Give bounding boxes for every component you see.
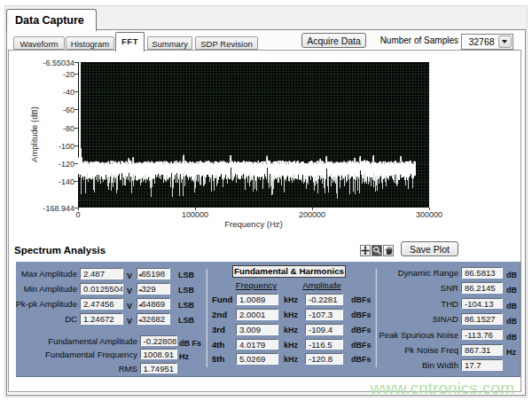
fft-plot[interactable]: [78, 62, 429, 208]
x-tick-label: 0: [51, 210, 105, 219]
field-label: Max Amplitude: [0, 269, 77, 279]
unit-label: dB: [506, 302, 517, 311]
spectrum-analysis-heading: Spectrum Analysis: [14, 245, 106, 256]
unit-label: dB: [506, 271, 517, 279]
harmonic-name: 4th: [212, 340, 224, 350]
harmonic-name: 3rd: [212, 325, 225, 334]
harmonic-amplitude: -120.8: [305, 353, 343, 365]
harmonic-amplitude: -116.5: [305, 339, 343, 350]
field-label: RMS: [0, 364, 137, 373]
value-lsb: ◂64869: [137, 298, 170, 310]
unit-label: LSB: [178, 286, 194, 295]
value-lsb: ◂32682: [137, 313, 170, 325]
field-value: 17.7: [461, 359, 503, 371]
harmonic-name: Fund: [212, 295, 232, 304]
field-label: Fundamental Frequency: [0, 350, 137, 359]
field-label: THD: [355, 299, 458, 309]
unit-label: V: [127, 271, 132, 280]
value-lsb-text: 65198: [142, 269, 166, 279]
value-lsb-text: 64869: [142, 299, 166, 309]
y-tick-label: -120: [11, 160, 74, 169]
unit-label: Hz: [506, 348, 516, 357]
number-of-samples-label: Number of Samples: [379, 35, 458, 45]
field-label: Dynamic Range: [355, 268, 458, 278]
harmonic-frequency: 3.009: [236, 324, 278, 335]
crosshair-tool-icon[interactable]: [360, 245, 371, 256]
unit-label: kHz: [284, 341, 298, 350]
y-tick-mark: [74, 74, 78, 75]
y-tick-mark: [74, 181, 78, 182]
x-tick-mark: [429, 208, 430, 210]
harmonic-amplitude: -109.4: [305, 324, 343, 335]
tab-summary[interactable]: Summary: [147, 36, 192, 50]
y-tick-mark: [74, 109, 78, 110]
unit-label: kHz: [284, 311, 298, 319]
zoom-tool-icon[interactable]: [372, 245, 382, 256]
unit-label: kHz: [284, 295, 298, 304]
value-lsb-text: 329: [142, 284, 156, 294]
harmonic-name: 5th: [212, 354, 224, 364]
unit-label: dB Fs: [179, 339, 201, 348]
pan-tool-icon[interactable]: [383, 245, 394, 256]
unit-label: LSB: [178, 271, 194, 279]
harmonic-frequency: 1.0089: [236, 294, 278, 305]
field-value: 86.5813: [461, 267, 503, 279]
col-header-frequency: Frequency: [233, 280, 279, 290]
value-volts: 2.487: [80, 268, 123, 279]
unit-label: LSB: [178, 316, 194, 325]
value-lsb-text: 32682: [142, 314, 166, 324]
tab-waveform[interactable]: Waveform: [13, 36, 65, 50]
unit-label: kHz: [284, 326, 298, 334]
field-label: SNR: [355, 283, 458, 293]
tab-histogram[interactable]: Histogram: [66, 36, 114, 50]
value-lsb: ◂65198: [137, 268, 170, 279]
number-of-samples-value: 32768: [462, 36, 501, 47]
field-label: Bin Width: [355, 360, 458, 370]
unit-label: kHz: [284, 355, 298, 364]
group-divider: [206, 269, 207, 367]
chevron-down-icon: [502, 40, 507, 43]
field-label: Fundamental Amplitude: [0, 336, 137, 346]
x-tick-mark: [312, 208, 313, 210]
y-tick-label: -20: [11, 70, 74, 79]
field-value: -113.76: [461, 329, 503, 341]
unit-label: dB: [506, 317, 517, 326]
harmonic-amplitude: -107.3: [305, 309, 343, 320]
y-tick-mark: [74, 62, 78, 63]
harmonic-frequency: 5.0269: [236, 353, 278, 365]
tab-data-capture[interactable]: Data Capture: [6, 9, 97, 31]
field-value: 1008.91: [140, 349, 177, 359]
tab-sdp-revision[interactable]: SDP Revision: [195, 36, 258, 50]
combo-dropdown-button[interactable]: [498, 35, 512, 48]
unit-label: dB: [506, 333, 517, 342]
value-volts: 2.47456: [80, 298, 123, 310]
number-of-samples-combobox[interactable]: 32768: [461, 34, 513, 50]
field-label: Min Amplitude: [0, 284, 77, 294]
value-volts: 1.24672: [80, 313, 123, 325]
x-tick-label: 100000: [168, 210, 222, 219]
field-label: Peak Spurious Noise: [355, 330, 458, 340]
acquire-data-button[interactable]: Acquire Data: [301, 33, 366, 48]
harmonic-frequency: 2.0001: [236, 309, 278, 320]
x-axis-title: Frequency (Hz): [218, 219, 289, 229]
field-label: DC: [0, 314, 77, 324]
field-label: Pk-pk Amplitude: [0, 299, 77, 309]
save-plot-button[interactable]: Save Plot: [401, 241, 458, 256]
x-tick-mark: [195, 208, 196, 210]
col-header-amplitude: Amplitude: [301, 280, 343, 290]
field-value: 867.31: [461, 344, 503, 356]
watermark-text: www.cntronics.com: [370, 379, 514, 398]
y-tick-label: -140: [11, 177, 74, 186]
field-value: -104.13: [461, 298, 503, 310]
tab-data-capture-label: Data Capture: [15, 14, 84, 27]
y-tick-label: -6.55034: [11, 59, 74, 67]
y-tick-mark: [74, 128, 78, 129]
unit-label: V: [127, 317, 132, 326]
unit-label: dB: [506, 286, 517, 295]
field-label: SINAD: [355, 314, 458, 324]
tab-fft[interactable]: FFT: [115, 32, 145, 51]
unit-label: V: [127, 287, 132, 295]
field-value: 1.74951: [140, 363, 177, 373]
y-tick-label: -80: [11, 124, 74, 133]
field-value: 86.1527: [461, 313, 503, 325]
